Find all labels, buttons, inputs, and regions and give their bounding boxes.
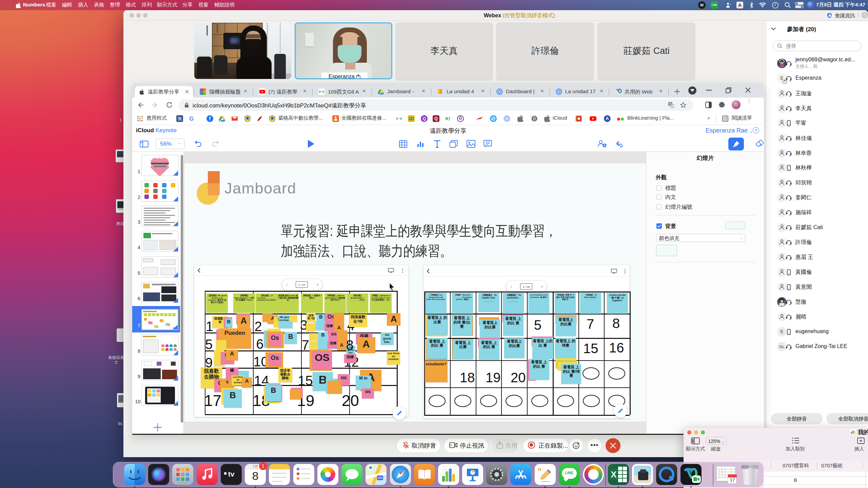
svg-text:G: G	[189, 116, 194, 122]
svg-text:A: A	[672, 105, 674, 108]
